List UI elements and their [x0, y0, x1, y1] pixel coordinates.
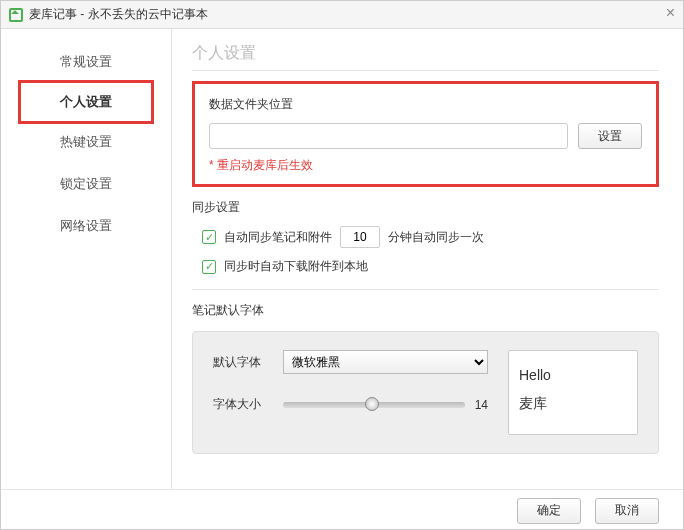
sidebar-item-lock[interactable]: 锁定设置: [1, 163, 171, 205]
download-local-label: 同步时自动下载附件到本地: [224, 258, 368, 275]
sync-section: 同步设置 ✓ 自动同步笔记和附件 分钟自动同步一次 ✓ 同步时自动下载附件到本地: [192, 199, 659, 275]
titlebar: 麦库记事 - 永不丢失的云中记事本 ×: [1, 1, 683, 29]
sidebar-item-general[interactable]: 常规设置: [1, 41, 171, 83]
footer: 确定 取消: [1, 489, 683, 530]
sync-interval-suffix: 分钟自动同步一次: [388, 229, 484, 246]
ok-button[interactable]: 确定: [517, 498, 581, 524]
auto-sync-label: 自动同步笔记和附件: [224, 229, 332, 246]
data-folder-title: 数据文件夹位置: [209, 96, 642, 113]
slider-thumb[interactable]: [365, 397, 379, 411]
font-size-value: 14: [475, 398, 488, 412]
checkbox-auto-sync[interactable]: ✓: [202, 230, 216, 244]
divider: [192, 289, 659, 290]
font-controls: 默认字体 微软雅黑 字体大小 14: [213, 350, 488, 435]
checkbox-download-local[interactable]: ✓: [202, 260, 216, 274]
preview-line-1: Hello: [519, 361, 627, 389]
font-preview: Hello 麦库: [508, 350, 638, 435]
font-size-label: 字体大小: [213, 396, 269, 413]
app-icon: [9, 8, 23, 22]
sidebar-item-network[interactable]: 网络设置: [1, 205, 171, 247]
default-font-label: 默认字体: [213, 354, 269, 371]
sidebar-item-hotkey[interactable]: 热键设置: [1, 121, 171, 163]
set-button[interactable]: 设置: [578, 123, 642, 149]
close-icon[interactable]: ×: [666, 5, 675, 21]
data-folder-section: 数据文件夹位置 设置 * 重启动麦库后生效: [192, 81, 659, 187]
font-panel: 默认字体 微软雅黑 字体大小 14: [192, 331, 659, 454]
content-pane: 个人设置 数据文件夹位置 设置 * 重启动麦库后生效 同步设置 ✓ 自动同步笔记…: [171, 29, 683, 489]
sidebar: 常规设置 个人设置 热键设置 锁定设置 网络设置: [1, 29, 171, 489]
dialog-body: 常规设置 个人设置 热键设置 锁定设置 网络设置 个人设置 数据文件夹位置 设置…: [1, 29, 683, 489]
preview-line-2: 麦库: [519, 389, 627, 417]
font-size-slider[interactable]: [283, 402, 465, 408]
font-section: 笔记默认字体 默认字体 微软雅黑 字体大小: [192, 302, 659, 454]
sync-interval-input[interactable]: [340, 226, 380, 248]
restart-note: * 重启动麦库后生效: [209, 157, 642, 174]
sync-title: 同步设置: [192, 199, 659, 216]
default-font-select[interactable]: 微软雅黑: [283, 350, 488, 374]
cancel-button[interactable]: 取消: [595, 498, 659, 524]
data-folder-input[interactable]: [209, 123, 568, 149]
window-title: 麦库记事 - 永不丢失的云中记事本: [29, 6, 208, 23]
sidebar-item-personal[interactable]: 个人设置: [21, 83, 151, 121]
page-title: 个人设置: [192, 43, 659, 71]
font-section-title: 笔记默认字体: [192, 302, 659, 319]
